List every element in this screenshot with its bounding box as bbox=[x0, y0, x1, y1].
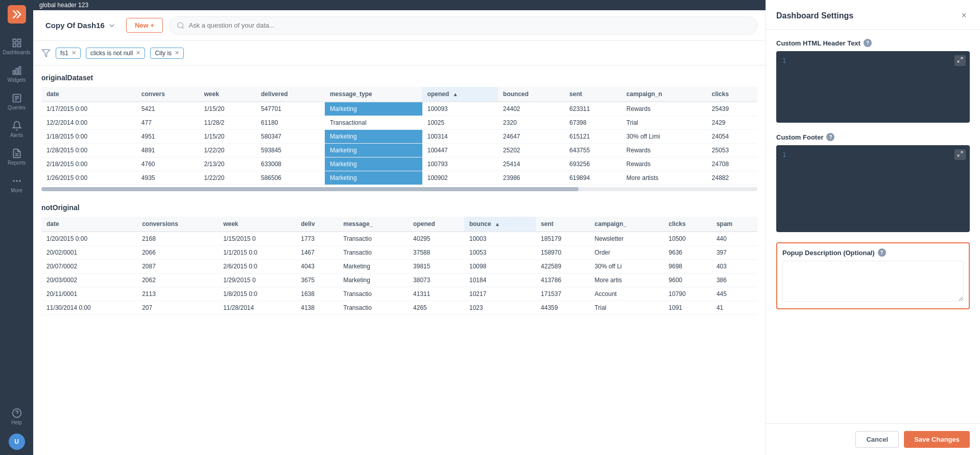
custom-html-header-editor[interactable]: 1 bbox=[776, 51, 970, 123]
cell-date: 20/11/0001 bbox=[41, 287, 137, 301]
dashboard-title-dropdown[interactable]: Copy Of Dash16 bbox=[41, 19, 120, 32]
cell-spam: 445 bbox=[711, 287, 757, 301]
close-button[interactable]: × bbox=[958, 9, 970, 22]
filter-city-is-close[interactable]: ✕ bbox=[175, 50, 179, 56]
filter-city-is[interactable]: City is ✕ bbox=[150, 48, 184, 59]
col-clicks-1[interactable]: clicks bbox=[707, 87, 757, 102]
sidebar-item-reports[interactable]: Reports bbox=[0, 143, 33, 171]
col-campaign2[interactable]: campaign_ bbox=[589, 217, 663, 232]
sidebar-item-dashboards[interactable]: Dashboards bbox=[0, 33, 33, 60]
custom-footer-help[interactable]: ? bbox=[826, 133, 834, 141]
cell-sent: 643755 bbox=[564, 144, 622, 157]
svg-point-18 bbox=[178, 22, 183, 28]
table-header-row-original: date convers week delivered message_type… bbox=[41, 87, 757, 102]
col-message-type-1[interactable]: message_type bbox=[325, 87, 422, 102]
search-bar[interactable] bbox=[169, 16, 757, 35]
cell-message: Transactio bbox=[338, 232, 408, 246]
filter-fs1[interactable]: fs1 ✕ bbox=[56, 48, 81, 59]
cell-clicks: 10500 bbox=[663, 232, 711, 246]
table-original: date convers week delivered message_type… bbox=[41, 87, 757, 185]
new-button[interactable]: New + bbox=[126, 18, 163, 33]
col-convers-1[interactable]: convers bbox=[136, 87, 199, 102]
cell-campaign: Account bbox=[589, 287, 663, 301]
col-sent-2[interactable]: sent bbox=[536, 217, 589, 232]
cell-message: Marketing bbox=[338, 274, 408, 287]
cell-date: 11/30/2014 0:00 bbox=[41, 301, 137, 315]
popup-description-help[interactable]: ? bbox=[878, 248, 886, 257]
cell-bounce: 10098 bbox=[464, 260, 536, 274]
custom-footer-editor[interactable]: 1 bbox=[776, 145, 970, 232]
col-date-2[interactable]: date bbox=[41, 217, 137, 232]
cancel-button[interactable]: Cancel bbox=[855, 431, 899, 448]
settings-panel: Dashboard Settings × Custom HTML Header … bbox=[766, 0, 980, 455]
col-bounced-1[interactable]: bounced bbox=[498, 87, 564, 102]
save-changes-button[interactable]: Save Changes bbox=[904, 431, 970, 448]
avatar[interactable]: U bbox=[9, 434, 25, 450]
custom-html-header-help[interactable]: ? bbox=[864, 39, 872, 47]
col-campaign-1[interactable]: campaign_n bbox=[622, 87, 707, 102]
cell-delivered: 580347 bbox=[256, 130, 325, 144]
cell-message: Transactio bbox=[338, 246, 408, 260]
filter-clicks-not-null[interactable]: clicks is not null ✕ bbox=[86, 48, 145, 59]
filter-city-is-label: City is bbox=[155, 50, 172, 57]
col-deliv-2[interactable]: deliv bbox=[296, 217, 338, 232]
dashboard-title: Copy Of Dash16 bbox=[45, 21, 105, 30]
table-row: 1/17/2015 0:00 5421 1/15/20 547701 Marke… bbox=[41, 102, 757, 116]
col-week-1[interactable]: week bbox=[199, 87, 256, 102]
svg-point-14 bbox=[16, 180, 17, 181]
cell-delivered: 61180 bbox=[256, 116, 325, 130]
sidebar-item-widgets-label: Widgets bbox=[7, 77, 26, 83]
svg-rect-3 bbox=[17, 44, 20, 47]
cell-bounced: 24402 bbox=[498, 102, 564, 116]
app-logo[interactable] bbox=[8, 5, 26, 24]
sidebar-item-widgets[interactable]: Widgets bbox=[0, 60, 33, 88]
sort-indicator-bounce: ▲ bbox=[495, 221, 500, 227]
sidebar-item-help[interactable]: Help bbox=[9, 403, 25, 430]
cell-sent: 44359 bbox=[536, 301, 589, 315]
col-opened-1[interactable]: opened ▲ bbox=[422, 87, 498, 102]
cell-clicks: 25053 bbox=[707, 144, 757, 157]
col-conversions-2[interactable]: conversions bbox=[137, 217, 218, 232]
cell-convers: 477 bbox=[136, 116, 199, 130]
cell-campaign: Order bbox=[589, 246, 663, 260]
sidebar-item-alerts[interactable]: Alerts bbox=[0, 116, 33, 143]
cell-campaign: Rewards bbox=[622, 144, 707, 157]
cell-campaign: Newsletter bbox=[589, 232, 663, 246]
svg-line-22 bbox=[958, 60, 960, 62]
cell-deliv: 4043 bbox=[296, 260, 338, 274]
col-clicks-2[interactable]: clicks bbox=[663, 217, 711, 232]
col-bounce-2[interactable]: bounce ▲ bbox=[464, 217, 536, 232]
cell-convers: 5421 bbox=[136, 102, 199, 116]
col-spam-2[interactable]: spam bbox=[711, 217, 757, 232]
line-number-2: 1 bbox=[782, 151, 786, 158]
table-row: 20/02/0001 2066 1/1/2015 0:0 1467 Transa… bbox=[41, 246, 757, 260]
cell-opened: 41311 bbox=[408, 287, 464, 301]
cell-date: 20/07/0002 bbox=[41, 260, 137, 274]
col-delivered-1[interactable]: delivered bbox=[256, 87, 325, 102]
cell-week: 1/29/2015 0 bbox=[218, 274, 296, 287]
svg-line-24 bbox=[958, 154, 960, 156]
table-row: 20/03/0002 2062 1/29/2015 0 3675 Marketi… bbox=[41, 274, 757, 287]
cell-clicks: 25439 bbox=[707, 102, 757, 116]
col-message2[interactable]: message_ bbox=[338, 217, 408, 232]
col-sent-1[interactable]: sent bbox=[564, 87, 622, 102]
search-input[interactable] bbox=[188, 21, 750, 29]
expand-html-header-btn[interactable] bbox=[954, 55, 966, 66]
expand-footer-btn[interactable] bbox=[954, 149, 966, 160]
popup-description-input[interactable] bbox=[782, 261, 964, 302]
sidebar-item-queries[interactable]: Queries bbox=[0, 88, 33, 116]
col-date-1[interactable]: date bbox=[41, 87, 136, 102]
col-opened-2[interactable]: opened bbox=[408, 217, 464, 232]
col-week-2[interactable]: week bbox=[218, 217, 296, 232]
settings-footer: Cancel Save Changes bbox=[766, 423, 980, 455]
settings-body: Custom HTML Header Text ? 1 Custom Foote… bbox=[766, 30, 980, 423]
settings-header: Dashboard Settings × bbox=[766, 0, 980, 30]
cell-week: 1/22/20 bbox=[199, 171, 256, 185]
sidebar-item-more[interactable]: More bbox=[0, 171, 33, 198]
filter-clicks-not-null-close[interactable]: ✕ bbox=[136, 50, 140, 56]
sidebar-item-help-label: Help bbox=[11, 420, 22, 425]
cell-bounce: 10184 bbox=[464, 274, 536, 287]
filter-fs1-close[interactable]: ✕ bbox=[71, 50, 76, 56]
table-scrollbar-1[interactable] bbox=[41, 187, 757, 191]
cell-conversions: 2062 bbox=[137, 274, 218, 287]
